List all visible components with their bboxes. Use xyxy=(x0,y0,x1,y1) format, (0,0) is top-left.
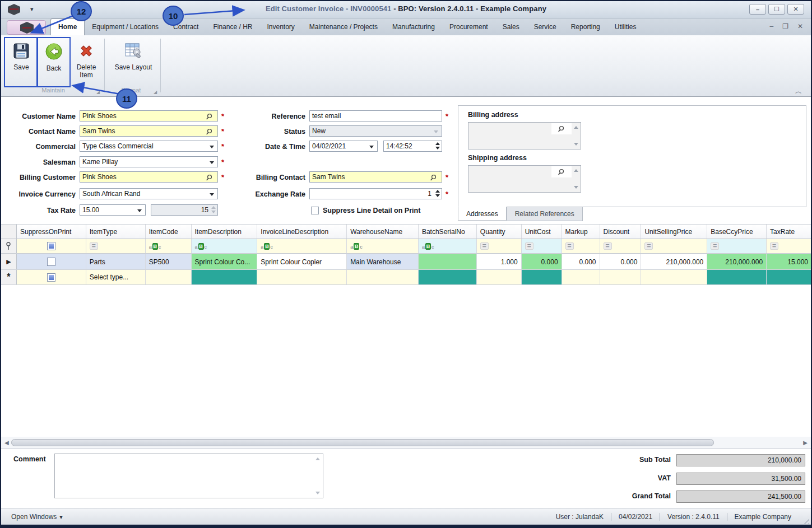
filter-cell-unitsellingprice[interactable]: = xyxy=(641,239,707,253)
delete-item-button[interactable]: Delete Item xyxy=(71,38,102,86)
scroll-down-icon[interactable] xyxy=(574,143,578,146)
time-spinner[interactable]: 14:42:52 xyxy=(383,141,442,152)
newcell-itemdescription[interactable] xyxy=(192,270,258,284)
filter-cell-baseccyprice[interactable]: = xyxy=(707,239,767,253)
spin-down-icon[interactable] xyxy=(435,194,440,197)
search-icon[interactable] xyxy=(206,128,213,135)
filter-cell-unitcost[interactable]: = xyxy=(522,239,562,253)
tab-inventory[interactable]: Inventory xyxy=(259,20,301,35)
tab-maintenance-projects[interactable]: Maintenance / Projects xyxy=(302,20,385,35)
tax-rate-spinner[interactable]: 15 xyxy=(151,204,218,216)
tab-related-references[interactable]: Related References xyxy=(507,207,583,221)
chevron-down-icon[interactable] xyxy=(210,161,214,164)
column-header[interactable]: UnitCost xyxy=(522,225,562,239)
scroll-up-icon[interactable] xyxy=(315,457,320,460)
salesman-dropdown[interactable]: Kame Pillay xyxy=(80,156,218,167)
maximize-button[interactable]: ☐ xyxy=(768,4,785,15)
newcell-baseccyprice[interactable] xyxy=(707,270,767,284)
spin-up-icon[interactable] xyxy=(435,142,440,145)
tab-sales[interactable]: Sales xyxy=(495,20,527,35)
newcell-itemtype[interactable]: Select type... xyxy=(86,270,146,284)
tax-rate-dropdown[interactable]: 15.00 xyxy=(80,204,146,216)
billing-address-box[interactable] xyxy=(468,122,581,149)
newcell-itemcode[interactable] xyxy=(146,270,192,284)
newcell-discount[interactable] xyxy=(600,270,642,284)
filter-cell-markup[interactable]: = xyxy=(562,239,600,253)
cell-itemcode[interactable]: SP500 xyxy=(146,254,192,269)
comment-textarea[interactable] xyxy=(54,454,323,498)
newcell-invoicelinedescription[interactable] xyxy=(257,270,347,284)
resize-grip[interactable] xyxy=(802,517,809,524)
search-icon[interactable] xyxy=(558,125,565,133)
horizontal-scrollbar[interactable]: ◀ ▶ xyxy=(1,437,811,449)
application-menu-button[interactable] xyxy=(7,20,46,35)
checkbox-indeterminate[interactable] xyxy=(47,242,55,250)
child-close-button[interactable]: ✕ xyxy=(797,22,803,30)
close-button[interactable]: ✕ xyxy=(787,4,804,15)
scroll-left-icon[interactable]: ◀ xyxy=(4,440,9,446)
spin-down-icon[interactable] xyxy=(211,211,216,213)
save-layout-button[interactable]: Save Layout xyxy=(111,38,156,86)
cell-discount[interactable]: 0.000 xyxy=(600,254,642,269)
spin-up-icon[interactable] xyxy=(435,190,440,193)
tab-addresses[interactable]: Addresses xyxy=(458,207,507,221)
column-header[interactable]: BaseCcyPrice xyxy=(707,225,767,239)
column-header[interactable]: Quantity xyxy=(477,225,522,239)
search-icon[interactable] xyxy=(206,113,213,120)
customer-name-field[interactable]: Pink Shoes xyxy=(80,110,218,122)
filter-cell-itemtype[interactable]: = xyxy=(86,239,146,253)
filter-cell-suppressonprint[interactable] xyxy=(17,239,86,253)
filter-cell-itemcode[interactable]: aBc xyxy=(146,239,192,253)
cell-batchserialno[interactable] xyxy=(419,254,477,269)
search-icon[interactable] xyxy=(558,169,565,176)
chevron-down-icon[interactable] xyxy=(369,146,374,148)
filter-cell-warehousename[interactable]: aBc xyxy=(347,239,419,253)
cell-itemdescription[interactable]: Sprint Colour Co... xyxy=(192,254,258,269)
cell-baseccyprice[interactable]: 210,000.000 xyxy=(707,254,767,269)
shipping-address-box[interactable] xyxy=(468,165,581,193)
suppress-line-detail-checkbox[interactable] xyxy=(311,207,319,214)
invoice-currency-dropdown[interactable]: South African Rand xyxy=(80,188,218,199)
maintain-dialog-launcher-icon[interactable]: ◢ xyxy=(96,90,100,95)
exchange-rate-spinner[interactable]: 1 xyxy=(309,188,442,199)
scroll-right-icon[interactable]: ▶ xyxy=(803,440,808,446)
child-restore-button[interactable]: ❐ xyxy=(782,22,788,30)
cell-markup[interactable]: 0.000 xyxy=(562,254,600,269)
column-header[interactable]: ItemDescription xyxy=(192,225,258,239)
tab-procurement[interactable]: Procurement xyxy=(442,20,495,35)
chevron-down-icon[interactable] xyxy=(210,146,214,148)
checkbox-unchecked[interactable] xyxy=(47,258,55,266)
filter-cell-discount[interactable]: = xyxy=(600,239,642,253)
scroll-down-icon[interactable] xyxy=(315,492,320,494)
cell-warehousename[interactable]: Main Warehouse xyxy=(347,254,419,269)
newcell-batchserialno[interactable] xyxy=(419,270,477,284)
scroll-down-icon[interactable] xyxy=(574,186,578,189)
billing-contact-field[interactable]: Sam Twins xyxy=(309,171,442,183)
checkbox-indeterminate[interactable] xyxy=(47,273,55,282)
date-field[interactable]: 04/02/2021 xyxy=(309,141,378,152)
scrollbar-thumb[interactable] xyxy=(11,439,714,446)
grid-new-row[interactable]: * Select type... xyxy=(1,270,812,285)
format-dialog-launcher-icon[interactable]: ◢ xyxy=(154,90,157,95)
collapse-ribbon-icon[interactable]: ︿ xyxy=(795,87,802,96)
search-icon[interactable] xyxy=(206,174,213,181)
commercial-dropdown[interactable]: Type Class Commercial xyxy=(80,141,218,152)
tab-equipment-locations[interactable]: Equipment / Locations xyxy=(85,20,166,35)
column-header[interactable]: BatchSerialNo xyxy=(419,225,477,239)
newcell-unitsellingprice[interactable] xyxy=(641,270,707,284)
spin-down-icon[interactable] xyxy=(435,147,440,149)
filter-cell-taxrate[interactable]: = xyxy=(767,239,812,253)
column-header[interactable]: TaxRate xyxy=(767,225,812,239)
column-header[interactable]: WarehouseName xyxy=(347,225,419,239)
filter-cell-invoicelinedescription[interactable]: aBc xyxy=(257,239,347,253)
contact-name-field[interactable]: Sam Twins xyxy=(80,125,218,137)
open-windows-button[interactable]: Open Windows ▾ xyxy=(11,513,62,521)
cell-itemtype[interactable]: Parts xyxy=(86,254,146,269)
chevron-down-icon[interactable] xyxy=(210,193,214,196)
newcell-markup[interactable] xyxy=(562,270,600,284)
cell-unitcost[interactable]: 0.000 xyxy=(522,254,562,269)
newcell-suppressonprint[interactable] xyxy=(17,270,86,284)
search-icon[interactable] xyxy=(430,174,437,181)
tab-service[interactable]: Service xyxy=(527,20,564,35)
newcell-quantity[interactable] xyxy=(477,270,522,284)
